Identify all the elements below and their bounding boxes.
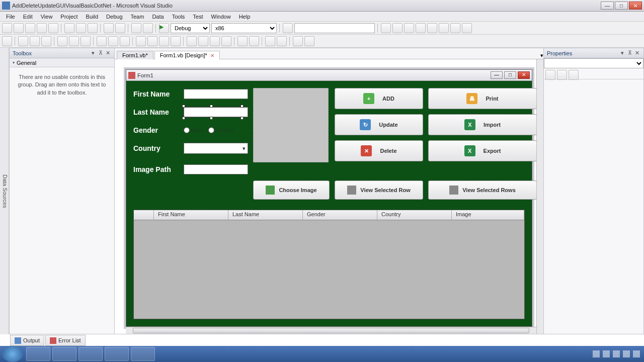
menu-window[interactable]: Window: [207, 14, 235, 20]
menu-help[interactable]: Help: [235, 14, 255, 20]
center-v-icon[interactable]: [249, 36, 259, 46]
hspace-remove-icon[interactable]: [171, 36, 181, 46]
form-maximize-icon[interactable]: □: [504, 71, 516, 79]
radio-male[interactable]: Male: [184, 127, 203, 133]
taskbar-chrome[interactable]: [105, 347, 129, 361]
bring-front-icon[interactable]: [265, 36, 275, 46]
tray-icon[interactable]: [623, 350, 630, 357]
align-mid-icon[interactable]: [69, 36, 79, 46]
data-sources-tab[interactable]: Data Sources: [0, 48, 9, 334]
designer-vscroll[interactable]: [536, 59, 543, 334]
open-icon[interactable]: [25, 23, 35, 33]
minimize-button[interactable]: —: [601, 2, 614, 10]
vspace-inc-icon[interactable]: [198, 36, 208, 46]
grid-col-image[interactable]: Image: [452, 210, 524, 220]
choose-image-button[interactable]: Choose Image: [253, 180, 330, 200]
center-h-icon[interactable]: [237, 36, 248, 46]
output-tab[interactable]: Output: [10, 335, 44, 346]
copy-icon[interactable]: [76, 23, 86, 33]
menu-edit[interactable]: Edit: [19, 14, 37, 20]
align-top-icon[interactable]: [57, 36, 67, 46]
taskbar-vs[interactable]: [131, 347, 155, 361]
form-window[interactable]: Form1 — □ ✕ First Name: [126, 69, 532, 327]
align-left-icon[interactable]: [18, 36, 28, 46]
export-button[interactable]: XExport: [428, 140, 536, 161]
start-page-icon[interactable]: [439, 23, 449, 33]
paste-icon[interactable]: [88, 23, 98, 33]
solution-explorer-icon[interactable]: [381, 23, 391, 33]
same-height-icon[interactable]: [108, 36, 118, 46]
close-tab-icon[interactable]: ✕: [210, 53, 214, 58]
grid-body[interactable]: [134, 220, 524, 319]
nav-fwd-icon[interactable]: [143, 23, 153, 33]
view-selected-rows-button[interactable]: View Selected Rows: [428, 180, 536, 200]
save-icon[interactable]: [37, 23, 47, 33]
align-bottom-icon[interactable]: [80, 36, 91, 46]
close-icon[interactable]: ✕: [105, 50, 111, 56]
close-icon[interactable]: ✕: [634, 50, 640, 56]
data-grid[interactable]: First Name Last Name Gender Country Imag…: [133, 210, 525, 319]
add-button[interactable]: +ADD: [335, 88, 423, 109]
grid-col-country[interactable]: Country: [377, 210, 452, 220]
same-width-icon[interactable]: [97, 36, 107, 46]
menu-tools[interactable]: Tools: [168, 14, 189, 20]
input-image-path[interactable]: [184, 164, 248, 174]
tray-icon[interactable]: [633, 350, 640, 357]
hspace-inc-icon[interactable]: [147, 36, 157, 46]
alphabetical-icon[interactable]: [557, 70, 567, 80]
align-grid-icon[interactable]: [2, 36, 12, 46]
add-item-icon[interactable]: [14, 23, 24, 33]
extension-icon[interactable]: [450, 23, 460, 33]
taskbar-media[interactable]: [78, 347, 103, 361]
toolbox-icon[interactable]: [404, 23, 414, 33]
menu-view[interactable]: View: [37, 14, 57, 20]
find-icon[interactable]: [283, 23, 293, 33]
error-list-tab[interactable]: Error List: [45, 335, 86, 346]
radio-female[interactable]: Female: [208, 127, 234, 133]
pin-icon[interactable]: ⊼: [97, 50, 104, 56]
align-right-icon[interactable]: [41, 36, 51, 46]
menu-project[interactable]: Project: [56, 14, 82, 20]
platform-combo[interactable]: x86: [211, 23, 277, 33]
align-center-icon[interactable]: [30, 36, 40, 46]
tab-form1-design[interactable]: Form1.vb [Design]*✕: [154, 51, 220, 59]
view-selected-row-button[interactable]: View Selected Row: [335, 180, 423, 200]
properties-object-combo[interactable]: [544, 58, 643, 68]
tab-order-icon[interactable]: [293, 36, 303, 46]
toolbox-group-general[interactable]: General: [10, 58, 114, 67]
taskbar-explorer[interactable]: [52, 347, 76, 361]
property-pages-icon[interactable]: [569, 70, 579, 80]
taskbar-ie[interactable]: [26, 347, 50, 361]
menu-debug[interactable]: Debug: [102, 14, 126, 20]
hspace-equal-icon[interactable]: [136, 36, 146, 46]
tray-icon[interactable]: [613, 350, 620, 357]
update-button[interactable]: ↻Update: [335, 114, 423, 135]
tray-icon[interactable]: [603, 350, 610, 357]
menu-file[interactable]: File: [2, 14, 19, 20]
same-size-icon[interactable]: [120, 36, 130, 46]
form-close-icon[interactable]: ✕: [518, 71, 530, 79]
system-tray[interactable]: [589, 350, 644, 357]
redo-icon[interactable]: [115, 23, 125, 33]
pin-icon[interactable]: ⊼: [626, 50, 633, 56]
designer-hscroll[interactable]: [126, 327, 536, 334]
send-back-icon[interactable]: [277, 36, 287, 46]
grid-col-first-name[interactable]: First Name: [154, 210, 228, 220]
vspace-remove-icon[interactable]: [221, 36, 231, 46]
undo-icon[interactable]: [104, 23, 114, 33]
print-button[interactable]: 🖶Print: [428, 88, 536, 109]
nav-back-icon[interactable]: [131, 23, 141, 33]
maximize-button[interactable]: □: [615, 2, 628, 10]
save-all-icon[interactable]: [48, 23, 58, 33]
close-button[interactable]: ✕: [629, 2, 642, 10]
properties-window-icon[interactable]: [392, 23, 403, 33]
tray-icon[interactable]: [593, 350, 600, 357]
categorized-icon[interactable]: [545, 70, 555, 80]
menu-team[interactable]: Team: [127, 14, 148, 20]
menu-data[interactable]: Data: [148, 14, 168, 20]
dropdown-icon[interactable]: ▾: [90, 50, 96, 56]
object-browser-icon[interactable]: [427, 23, 437, 33]
delete-button[interactable]: ✕Delete: [335, 140, 423, 161]
find-input[interactable]: [294, 23, 375, 33]
grid-col-last-name[interactable]: Last Name: [228, 210, 303, 220]
